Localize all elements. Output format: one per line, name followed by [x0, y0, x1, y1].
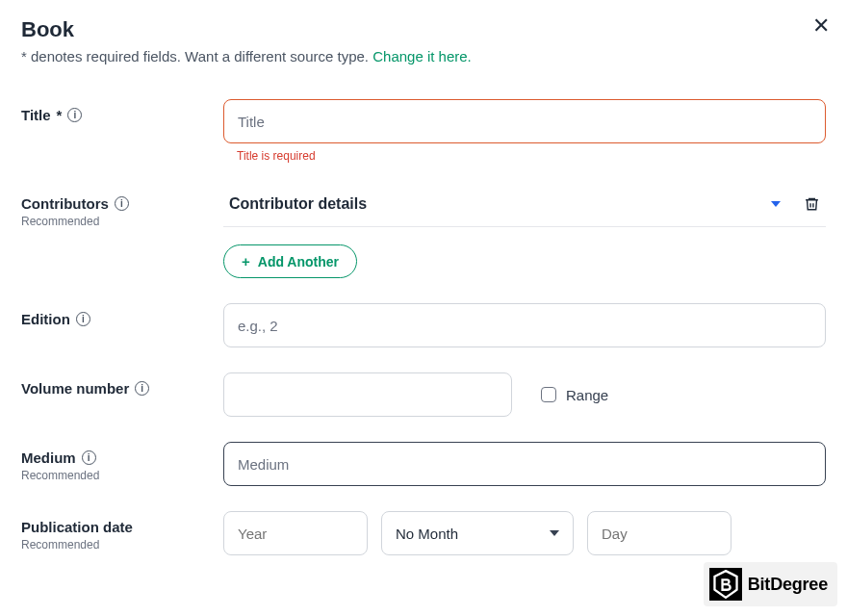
title-input[interactable]	[223, 99, 826, 143]
pubdate-label: Publication date	[21, 519, 133, 535]
medium-hint: Recommended	[21, 469, 223, 482]
day-input[interactable]	[587, 511, 732, 555]
volume-label: Volume number	[21, 380, 149, 397]
medium-label: Medium	[21, 449, 96, 466]
field-row-edition: Edition	[21, 303, 826, 347]
volume-input[interactable]	[223, 372, 512, 417]
field-row-contributors: Contributors Recommended Contributor det…	[21, 188, 826, 278]
edition-label: Edition	[21, 311, 90, 327]
contributors-label: Contributors	[21, 195, 129, 212]
trash-icon[interactable]	[804, 195, 820, 213]
range-label: Range	[566, 387, 608, 403]
page-title: Book	[21, 17, 826, 42]
month-select[interactable]: No Month	[381, 511, 574, 555]
title-error: Title is required	[237, 149, 826, 163]
month-value: No Month	[396, 526, 458, 542]
info-icon[interactable]	[135, 381, 149, 396]
watermark-text: BitDegree	[748, 575, 828, 595]
field-row-volume: Volume number Range	[21, 372, 826, 417]
medium-input[interactable]	[223, 442, 826, 486]
accordion-label: Contributor details	[229, 195, 367, 213]
watermark: BitDegree	[704, 562, 837, 606]
subtitle-text: * denotes required fields. Want a differ…	[21, 48, 372, 64]
contributors-hint: Recommended	[21, 215, 223, 228]
required-marker: *	[57, 107, 63, 123]
range-checkbox-wrap[interactable]: Range	[541, 387, 608, 403]
field-row-title: Title * Title is required	[21, 99, 826, 163]
contributor-accordion[interactable]: Contributor details	[223, 188, 826, 227]
change-source-link[interactable]: Change it here.	[372, 48, 472, 64]
pubdate-hint: Recommended	[21, 538, 223, 552]
plus-icon: +	[242, 253, 250, 270]
info-icon[interactable]	[82, 450, 96, 465]
page-subtitle: * denotes required fields. Want a differ…	[21, 48, 826, 64]
bitdegree-logo-icon	[709, 568, 742, 601]
close-icon[interactable]: ✕	[812, 15, 830, 37]
add-another-button[interactable]: + Add Another	[223, 244, 357, 278]
field-row-medium: Medium Recommended	[21, 442, 826, 486]
field-row-pubdate: Publication date Recommended No Month	[21, 511, 826, 555]
info-icon[interactable]	[76, 312, 90, 326]
year-input[interactable]	[223, 511, 368, 555]
info-icon[interactable]	[67, 108, 82, 122]
range-checkbox[interactable]	[541, 387, 556, 402]
chevron-down-icon	[550, 530, 559, 536]
info-icon[interactable]	[115, 196, 129, 211]
edition-input[interactable]	[223, 303, 826, 347]
chevron-down-icon	[771, 201, 781, 207]
title-label: Title *	[21, 107, 82, 123]
